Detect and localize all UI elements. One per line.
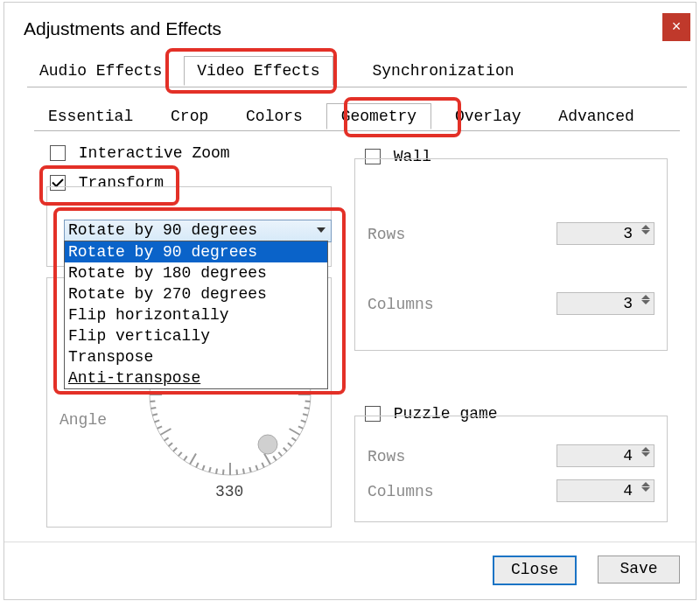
wall-rows-value: 3	[623, 225, 633, 242]
svg-line-22	[209, 467, 211, 472]
tab-colors[interactable]: Colors	[232, 104, 317, 129]
svg-line-6	[298, 426, 303, 429]
transform-combo[interactable]: Rotate by 90 degrees	[64, 220, 332, 242]
close-button[interactable]: Close	[493, 556, 577, 585]
svg-line-8	[291, 437, 296, 440]
svg-line-5	[301, 420, 306, 422]
footer-divider	[4, 542, 696, 542]
svg-line-3	[304, 408, 310, 409]
wall-cols-label: Columns	[368, 296, 434, 313]
stepper-down-icon[interactable]	[641, 300, 650, 304]
svg-point-73	[258, 435, 277, 454]
svg-line-30	[164, 437, 169, 440]
puzzle-rows-label: Rows	[368, 448, 405, 465]
svg-line-23	[203, 465, 205, 471]
option-flip-horizontal[interactable]: Flip horizontally	[65, 304, 327, 325]
option-anti-transpose[interactable]: Anti-transpose	[65, 367, 327, 388]
svg-line-4	[303, 414, 308, 416]
transform-combo-dropdown: Rotate by 90 degrees Rotate by 180 degre…	[64, 241, 328, 389]
svg-line-26	[184, 456, 186, 460]
transform-combo-value: Rotate by 90 degrees	[68, 221, 257, 239]
interactive-zoom-row: Interactive Zoom	[50, 144, 230, 162]
puzzle-cols-value: 4	[623, 482, 633, 500]
titlebar: Adjustments and Effects ×	[4, 3, 696, 52]
stepper-up-icon[interactable]	[641, 447, 650, 451]
puzzle-rows-spinner[interactable]: 4	[556, 444, 654, 467]
option-transpose[interactable]: Transpose	[65, 346, 327, 367]
svg-line-21	[216, 469, 217, 474]
svg-line-14	[262, 463, 264, 467]
svg-line-27	[178, 452, 182, 457]
wall-cols-value: 3	[623, 295, 633, 312]
svg-line-32	[158, 426, 162, 429]
tab-geometry[interactable]: Geometry	[326, 103, 431, 129]
svg-line-20	[223, 470, 224, 475]
tab-overlay[interactable]: Overlay	[441, 104, 536, 129]
wall-rows-label: Rows	[368, 226, 405, 243]
svg-line-12	[273, 456, 276, 460]
puzzle-cols-label: Columns	[368, 483, 434, 500]
stepper-up-icon[interactable]	[641, 295, 650, 299]
angle-label: Angle	[60, 411, 107, 429]
svg-line-36	[150, 401, 155, 402]
tab-synchronization[interactable]: Synchronization	[360, 57, 527, 85]
svg-line-31	[160, 429, 171, 435]
option-rotate-270[interactable]: Rotate by 270 degrees	[65, 283, 327, 304]
svg-line-2	[305, 401, 311, 402]
stepper-down-icon[interactable]	[641, 452, 650, 457]
dialog-window: Adjustments and Effects × Audio Effects …	[4, 2, 696, 600]
svg-line-10	[284, 448, 287, 451]
svg-line-29	[169, 443, 173, 446]
puzzle-cols-spinner[interactable]: 4	[556, 479, 654, 502]
main-tab-bar: Audio Effects Video Effects Synchronizat…	[27, 55, 687, 87]
puzzle-group: Rows 4 Columns 4	[354, 416, 668, 522]
puzzle-rows-value: 4	[623, 447, 633, 465]
stepper-up-icon[interactable]	[641, 482, 650, 486]
svg-line-35	[150, 408, 156, 409]
tab-video-effects[interactable]: Video Effects	[184, 56, 332, 86]
stepper-down-icon[interactable]	[641, 230, 650, 234]
svg-line-18	[236, 470, 237, 475]
stepper-up-icon[interactable]	[641, 225, 650, 229]
interactive-zoom-label: Interactive Zoom	[79, 144, 230, 162]
interactive-zoom-checkbox[interactable]	[50, 145, 66, 161]
svg-line-33	[155, 420, 160, 422]
window-title: Adjustments and Effects	[24, 18, 221, 39]
svg-line-7	[290, 429, 300, 435]
svg-line-9	[288, 443, 292, 446]
close-icon[interactable]: ×	[662, 13, 690, 41]
angle-value: 330	[215, 483, 243, 500]
wall-cols-spinner[interactable]: 3	[556, 292, 654, 315]
svg-line-17	[243, 469, 244, 474]
sub-tab-bar: Essential Crop Colors Geometry Overlay A…	[34, 102, 680, 131]
tab-advanced[interactable]: Advanced	[544, 104, 648, 129]
option-rotate-180[interactable]: Rotate by 180 degrees	[65, 262, 327, 283]
save-button[interactable]: Save	[598, 556, 680, 584]
svg-line-15	[256, 465, 257, 471]
option-flip-vertical[interactable]: Flip vertically	[65, 325, 327, 346]
tab-audio-effects[interactable]: Audio Effects	[27, 57, 174, 85]
wall-rows-spinner[interactable]: 3	[556, 222, 654, 245]
svg-line-16	[249, 467, 251, 472]
tab-crop[interactable]: Crop	[157, 104, 222, 129]
option-rotate-90[interactable]: Rotate by 90 degrees	[65, 241, 327, 262]
svg-line-13	[264, 454, 270, 465]
chevron-down-icon	[317, 227, 326, 233]
wall-group: Rows 3 Columns 3	[354, 158, 668, 351]
svg-line-11	[278, 452, 282, 457]
stepper-down-icon[interactable]	[641, 487, 650, 492]
tab-essential[interactable]: Essential	[34, 104, 147, 129]
svg-line-25	[190, 454, 196, 465]
svg-line-24	[196, 463, 199, 467]
svg-line-28	[173, 448, 177, 451]
svg-line-34	[152, 414, 158, 416]
